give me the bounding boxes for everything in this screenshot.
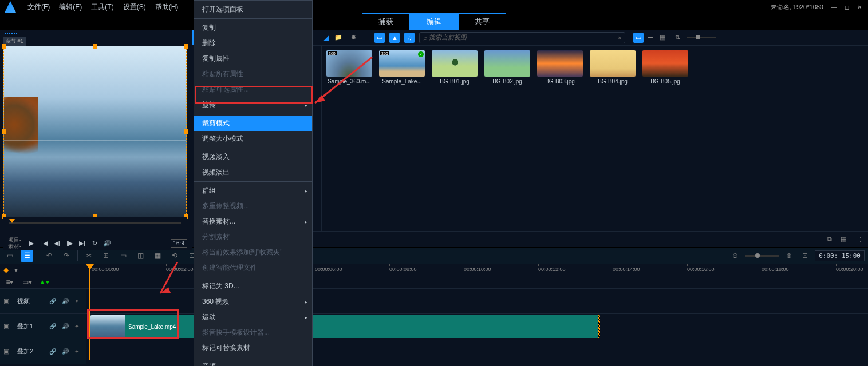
thumb-size-slider[interactable]: [687, 37, 716, 38]
context-menu-item: 分割素材: [194, 229, 312, 245]
crop-handle[interactable]: [2, 44, 6, 49]
fit-icon[interactable]: ⊡: [799, 249, 811, 262]
filter-audio-icon[interactable]: ♫: [404, 33, 415, 43]
panel-layout-icon[interactable]: ▦: [838, 234, 849, 245]
tool-icon[interactable]: ⊞: [100, 249, 112, 262]
track-link-icon[interactable]: 🔗: [49, 298, 57, 304]
library-item[interactable]: BG-B04.jpg: [590, 50, 636, 226]
library-item[interactable]: BG-B01.jpg: [432, 50, 478, 226]
library-item[interactable]: 360✓Sample_Lake...: [379, 50, 425, 226]
bookmark-icon[interactable]: ◢: [323, 34, 329, 42]
close-icon[interactable]: ✕: [855, 3, 863, 11]
mode-share[interactable]: 共享: [458, 13, 506, 30]
menu-help[interactable]: 帮助(H): [151, 0, 183, 14]
tool-icon[interactable]: ▭: [117, 249, 129, 262]
loop-icon[interactable]: ↻: [90, 240, 99, 247]
track-menu-icon[interactable]: ▭▾: [21, 276, 33, 288]
next-frame-icon[interactable]: |▶: [65, 240, 74, 247]
context-menu-item[interactable]: 标记可替换素材: [194, 340, 312, 356]
context-menu-item[interactable]: 删除: [194, 35, 312, 51]
filter-photo-icon[interactable]: ▲: [389, 33, 400, 43]
marker-icon[interactable]: ▾: [14, 266, 18, 274]
mode-edit[interactable]: 编辑: [410, 13, 458, 30]
track-menu-icon[interactable]: ≡▾: [3, 276, 16, 288]
track-mute-icon[interactable]: 🔊: [62, 298, 70, 304]
tool-icon[interactable]: ◫: [134, 249, 147, 262]
track-link-icon[interactable]: 🔗: [49, 348, 57, 355]
prev-frame-icon[interactable]: ◀|: [52, 240, 61, 247]
context-menu-item[interactable]: 复制: [194, 20, 312, 35]
tool-icon[interactable]: ⟲: [168, 249, 181, 262]
crop-handle[interactable]: [184, 44, 188, 49]
library-item[interactable]: BG-B02.jpg: [484, 50, 530, 226]
context-menu-item[interactable]: 运动: [194, 309, 312, 325]
track-fx-icon[interactable]: ✦: [74, 298, 82, 304]
library-item[interactable]: BG-B03.jpg: [537, 50, 583, 226]
redo-icon[interactable]: ↷: [60, 249, 73, 262]
sort-icon[interactable]: ⇅: [672, 33, 682, 43]
gear-icon[interactable]: ✸: [348, 33, 358, 43]
crop-handle[interactable]: [93, 44, 97, 49]
undo-icon[interactable]: ↶: [43, 249, 56, 262]
mode-capture[interactable]: 捕获: [362, 13, 410, 30]
timecode-display[interactable]: 0:00: 15:00: [815, 250, 865, 261]
context-menu-item[interactable]: 群组: [194, 183, 312, 198]
zoom-slider[interactable]: [745, 255, 779, 257]
track-add-icon[interactable]: ▲▾: [38, 276, 50, 288]
timeline-track: ▣视频🔗🔊✦: [0, 288, 868, 313]
play-icon[interactable]: ▶: [27, 240, 36, 247]
track-link-icon[interactable]: 🔗: [49, 323, 57, 329]
zoom-out-icon[interactable]: ⊖: [729, 249, 741, 262]
tool-icon[interactable]: ▦: [151, 249, 164, 262]
timeline-view-icon[interactable]: ☰: [21, 249, 33, 262]
view-grid-icon[interactable]: ▦: [657, 33, 668, 43]
minimize-icon[interactable]: —: [830, 3, 838, 11]
dual-view-icon[interactable]: ⧉: [824, 234, 835, 245]
timeline-clip[interactable]: Sample_Lake.mp4: [90, 315, 600, 338]
import-folder-icon[interactable]: 📁: [333, 33, 344, 43]
context-menu-item: 粘贴可选属性...: [194, 82, 312, 97]
menu-edit[interactable]: 编辑(E): [54, 0, 86, 14]
clear-search-icon[interactable]: ×: [618, 34, 621, 41]
menu-settings[interactable]: 设置(S): [119, 0, 151, 14]
goto-start-icon[interactable]: |◀: [40, 240, 49, 247]
zoom-in-icon[interactable]: ⊕: [783, 249, 795, 262]
preview-scrubber[interactable]: [3, 217, 187, 228]
goto-end-icon[interactable]: ▶|: [77, 240, 86, 247]
search-input[interactable]: ⌕ 搜索当前视图×: [419, 32, 625, 43]
tool-icon[interactable]: ✂: [82, 249, 95, 262]
track-fx-icon[interactable]: ✦: [74, 348, 82, 355]
menu-tools[interactable]: 工具(T): [86, 0, 118, 14]
aspect-ratio[interactable]: 16:9: [171, 239, 187, 248]
timeline-ruler[interactable]: ◆ ▾ 00:00:00:0000:00:02:0000:00:06:0000:…: [0, 264, 868, 276]
track-mute-icon[interactable]: 🔊: [62, 348, 70, 355]
context-menu-item[interactable]: 视频淡出: [194, 165, 312, 180]
context-menu-item[interactable]: 替换素材...: [194, 214, 312, 229]
context-menu-item[interactable]: 打开选项面板: [194, 2, 312, 17]
track-mute-icon[interactable]: 🔊: [62, 323, 70, 329]
track-fx-icon[interactable]: ✦: [74, 323, 82, 329]
filter-video-icon[interactable]: ▭: [374, 33, 385, 43]
volume-icon[interactable]: 🔊: [102, 240, 112, 247]
storyboard-view-icon[interactable]: ▭: [3, 249, 16, 262]
crop-handle[interactable]: [184, 129, 188, 134]
marker-icon[interactable]: ◆: [3, 266, 9, 274]
crop-handle[interactable]: [2, 129, 6, 134]
context-menu-item[interactable]: 旋转: [194, 97, 312, 113]
context-menu-item[interactable]: 视频淡入: [194, 149, 312, 165]
context-menu-item[interactable]: 音频: [194, 359, 312, 366]
maximize-icon[interactable]: ◻: [843, 3, 851, 11]
library-item[interactable]: BG-B05.jpg: [642, 50, 688, 226]
context-menu-item[interactable]: 复制属性: [194, 51, 312, 66]
context-menu-item[interactable]: 360 视频: [194, 294, 312, 309]
library-item[interactable]: 360Sample_360.m...: [326, 50, 372, 226]
expand-icon[interactable]: ⛶: [852, 234, 862, 245]
view-thumbnail-icon[interactable]: ▭: [633, 33, 644, 43]
preview-canvas[interactable]: [3, 46, 187, 217]
playhead[interactable]: [86, 264, 94, 270]
context-menu-item[interactable]: 裁剪模式: [194, 116, 312, 131]
context-menu-item[interactable]: 调整大小模式: [194, 131, 312, 146]
menu-file[interactable]: 文件(F): [23, 0, 54, 14]
view-list-icon[interactable]: ☰: [645, 33, 656, 43]
context-menu-item[interactable]: 标记为 3D...: [194, 279, 312, 294]
